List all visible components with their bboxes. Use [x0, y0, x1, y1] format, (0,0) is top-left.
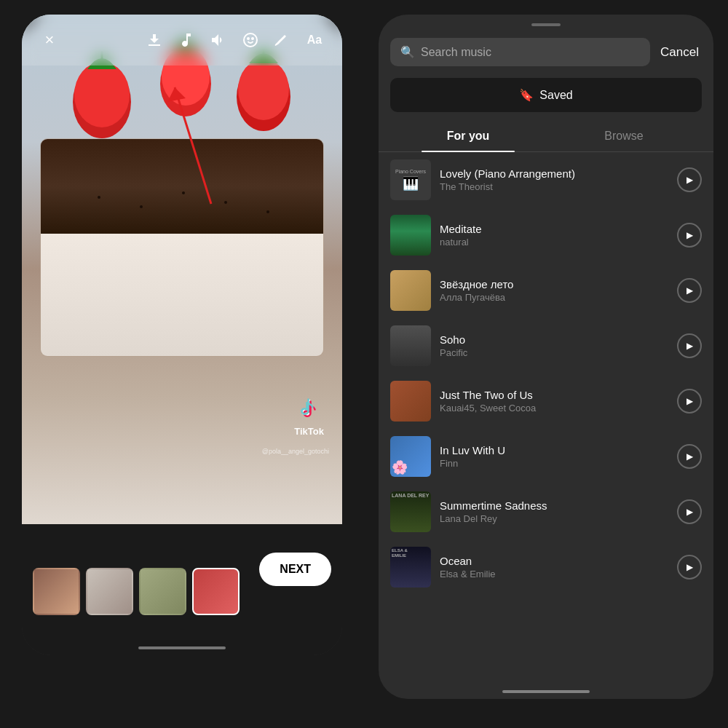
home-indicator-right — [502, 690, 590, 693]
thumbnail-1[interactable] — [33, 568, 80, 615]
song-title: Звёздное лето — [440, 278, 668, 290]
music-info-lana: Summertime Sadness Lana Del Rey — [440, 499, 668, 524]
thumbnail-4[interactable] — [192, 568, 240, 615]
next-button[interactable]: NEXT — [259, 553, 331, 586]
left-panel: × — [0, 0, 364, 728]
phone-left: × — [22, 15, 342, 655]
drag-handle[interactable] — [531, 23, 561, 26]
tabs-row: For you Browse — [379, 118, 713, 152]
search-placeholder: Search music — [421, 46, 491, 59]
music-info-luv: In Luv With U Finn — [440, 444, 668, 469]
song-artist: natural — [440, 237, 668, 248]
svg-point-4 — [74, 62, 130, 127]
thumbnail-3[interactable] — [139, 568, 186, 615]
song-artist: Finn — [440, 458, 668, 469]
play-button-luv[interactable]: ▶ — [677, 444, 702, 469]
album-art-lana: LANA DEL REY — [390, 491, 431, 532]
song-artist: Elsa & Emilie — [440, 569, 668, 579]
svg-marker-10 — [167, 87, 186, 102]
song-title: In Luv With U — [440, 444, 668, 456]
tab-browse[interactable]: Browse — [546, 121, 702, 151]
text-button[interactable]: Aa — [301, 27, 328, 53]
album-art-ocean: ELSA &EMILIE — [390, 547, 431, 587]
song-title: Just The Two of Us — [440, 389, 668, 401]
toolbar-right-icons: Aa — [141, 27, 328, 53]
play-button-stars[interactable]: ▶ — [677, 278, 702, 303]
emoji-button[interactable] — [237, 27, 264, 53]
saved-button[interactable]: 🔖 Saved — [390, 78, 702, 112]
song-title: Lovely (Piano Arrangement) — [440, 167, 668, 180]
search-bar-row: 🔍 Search music Cancel — [379, 32, 713, 72]
song-item-soho[interactable]: Soho Pacific ▶ — [384, 318, 708, 373]
music-info-soho: Soho Pacific — [440, 333, 668, 358]
draw-button[interactable] — [269, 27, 296, 53]
album-art-two — [390, 381, 431, 422]
svg-point-8 — [238, 59, 289, 120]
play-button-two[interactable]: ▶ — [677, 389, 702, 414]
song-item-meditate[interactable]: Meditate natural ▶ — [384, 207, 708, 263]
toolbar: × — [22, 15, 342, 66]
volume-button[interactable] — [205, 27, 232, 53]
close-button[interactable]: × — [36, 27, 63, 53]
food-image: TikTok @pola__angel_gotochi — [22, 15, 342, 524]
song-artist: Алла Пугачёва — [440, 292, 668, 303]
song-item-lovely[interactable]: Piano Covers 🎹 Lovely (Piano Arrangement… — [384, 152, 708, 207]
song-title: Summertime Sadness — [440, 499, 668, 512]
music-info-lovely: Lovely (Piano Arrangement) The Theorist — [440, 167, 668, 192]
song-item-luv[interactable]: 🌸 In Luv With U Finn ▶ — [384, 429, 708, 484]
bottom-bar: NEXT — [22, 524, 342, 655]
song-title: Ocean — [440, 555, 668, 567]
svg-point-0 — [244, 33, 257, 47]
music-button[interactable] — [173, 27, 199, 53]
music-list: Piano Covers 🎹 Lovely (Piano Arrangement… — [379, 152, 713, 684]
song-artist: The Theorist — [440, 181, 668, 192]
home-indicator — [138, 646, 226, 649]
play-button-lovely[interactable]: ▶ — [677, 167, 702, 192]
svg-point-2 — [252, 38, 253, 39]
play-button-soho[interactable]: ▶ — [677, 333, 702, 358]
song-item-ocean[interactable]: ELSA &EMILIE Ocean Elsa & Emilie ▶ — [384, 539, 708, 595]
song-item-two[interactable]: Just The Two of Us Kauai45, Sweet Cocoa … — [384, 373, 708, 429]
play-button-meditate[interactable]: ▶ — [677, 223, 702, 248]
phone-right: 🔍 Search music Cancel 🔖 Saved For you Br… — [379, 15, 713, 699]
tiktok-watermark: TikTok — [294, 397, 324, 437]
album-art-meditate — [390, 215, 431, 256]
song-title: Soho — [440, 333, 668, 346]
album-art-soho — [390, 325, 431, 366]
song-item-lana[interactable]: LANA DEL REY Summertime Sadness Lana Del… — [384, 484, 708, 539]
arrow-annotation — [153, 73, 240, 221]
album-art-lovely: Piano Covers 🎹 — [390, 159, 431, 200]
album-art-luv: 🌸 — [390, 436, 431, 477]
svg-point-1 — [248, 38, 249, 39]
right-panel: 🔍 Search music Cancel 🔖 Saved For you Br… — [364, 0, 728, 728]
music-info-two: Just The Two of Us Kauai45, Sweet Cocoa — [440, 389, 668, 414]
download-button[interactable] — [141, 27, 167, 53]
album-art-stars — [390, 270, 431, 311]
search-input-container[interactable]: 🔍 Search music — [390, 38, 650, 66]
search-icon: 🔍 — [400, 45, 415, 59]
song-item-stars[interactable]: Звёздное лето Алла Пугачёва ▶ — [384, 263, 708, 318]
song-artist: Kauai45, Sweet Cocoa — [440, 403, 668, 414]
play-button-ocean[interactable]: ▶ — [677, 555, 702, 579]
thumbnail-2[interactable] — [86, 568, 133, 615]
play-button-lana[interactable]: ▶ — [677, 499, 702, 524]
music-info-ocean: Ocean Elsa & Emilie — [440, 555, 668, 579]
username-label: @pola__angel_gotochi — [262, 448, 329, 455]
tab-for-you[interactable]: For you — [390, 121, 546, 151]
music-info-meditate: Meditate natural — [440, 223, 668, 248]
svg-line-9 — [175, 87, 211, 204]
bookmark-icon: 🔖 — [519, 88, 534, 102]
thumbnails-row: NEXT — [22, 524, 342, 655]
tiktok-label: TikTok — [294, 426, 324, 437]
song-artist: Pacific — [440, 347, 668, 358]
music-info-stars: Звёздное лето Алла Пугачёва — [440, 278, 668, 303]
song-title: Meditate — [440, 223, 668, 235]
cancel-button[interactable]: Cancel — [657, 45, 702, 60]
song-artist: Lana Del Rey — [440, 513, 668, 524]
